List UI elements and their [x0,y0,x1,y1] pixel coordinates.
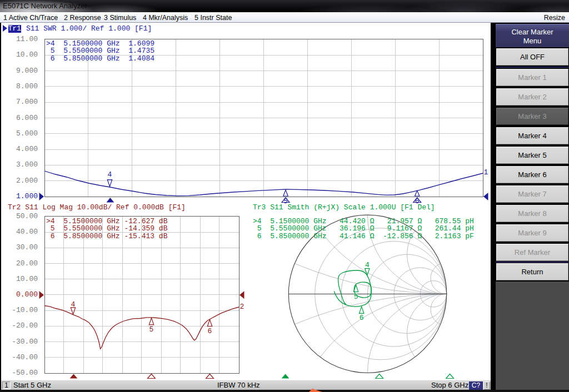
svg-text:4: 4 [71,300,76,309]
svg-text:5: 5 [149,325,154,334]
svg-text:2: 2 [240,303,244,311]
svg-text:5: 5 [354,293,358,301]
svg-text:1: 1 [484,168,488,177]
svg-text:6: 6 [208,327,212,335]
svg-text:6: 6 [360,314,364,322]
svg-text:4: 4 [108,170,112,179]
svg-text:4: 4 [365,261,370,269]
